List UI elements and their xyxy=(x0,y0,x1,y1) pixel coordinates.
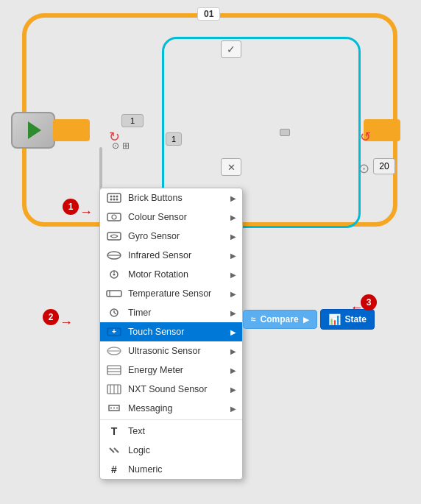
motor-rotation-arrow: ▶ xyxy=(230,271,236,279)
state-icon: 📊 xyxy=(328,313,341,325)
svg-point-8 xyxy=(112,215,116,219)
energy-meter-icon xyxy=(106,364,122,376)
brick-buttons-label: Brick Buttons xyxy=(128,193,224,203)
menu-divider xyxy=(100,419,242,420)
check-box[interactable]: ✓ xyxy=(221,40,241,58)
svg-point-2 xyxy=(113,196,116,198)
svg-line-36 xyxy=(114,448,118,452)
svg-rect-0 xyxy=(107,194,121,202)
svg-line-19 xyxy=(114,313,116,314)
block-number-1: 1 xyxy=(121,114,144,127)
brick-buttons-icon xyxy=(106,192,122,204)
annotation-arrow-2: → xyxy=(60,315,73,330)
colour-sensor-arrow: ▶ xyxy=(230,213,236,221)
menu-item-brick-buttons[interactable]: Brick Buttons▶ xyxy=(100,188,242,207)
timer-label: Timer xyxy=(128,308,224,318)
menu-item-temperature-sensor[interactable]: Temperature Sensor▶ xyxy=(100,284,242,303)
text-label: Text xyxy=(128,426,236,436)
svg-line-35 xyxy=(110,448,114,452)
svg-text:#: # xyxy=(111,464,117,475)
rotate-icon-right: ↺ xyxy=(360,129,371,145)
menu-item-infrared-sensor[interactable]: Infrared Sensor▶ xyxy=(100,246,242,265)
messaging-icon xyxy=(106,402,122,414)
svg-text:T: T xyxy=(111,426,118,436)
motor-rotation-label: Motor Rotation xyxy=(128,269,224,280)
ultrasonic-sensor-arrow: ▶ xyxy=(230,347,236,355)
sensor-icons-area: ⊙ ⊞ xyxy=(112,141,130,151)
nxt-sound-sensor-icon xyxy=(106,383,122,395)
menu-item-gyro-sensor[interactable]: Gyro Sensor▶ xyxy=(100,227,242,246)
compare-arrow: ▶ xyxy=(303,316,309,324)
compare-option[interactable]: ≈ Compare ▶ xyxy=(243,310,317,329)
energy-meter-arrow: ▶ xyxy=(230,366,236,375)
gyro-sensor-label: Gyro Sensor xyxy=(128,231,224,241)
nxt-sound-sensor-label: NXT Sound Sensor xyxy=(128,384,224,394)
menu-item-nxt-sound-sensor[interactable]: NXT Sound Sensor▶ xyxy=(100,380,242,399)
touch-sensor-label: Touch Sensor xyxy=(128,327,224,337)
play-button[interactable] xyxy=(11,112,55,149)
sensor-icon-1: ⊙ xyxy=(112,141,119,151)
play-triangle-icon xyxy=(28,121,41,139)
svg-point-1 xyxy=(110,196,113,198)
svg-text:+: + xyxy=(112,327,116,336)
svg-point-6 xyxy=(116,199,118,201)
connector-right xyxy=(280,129,290,136)
gyro-sensor-icon xyxy=(106,230,122,242)
menu-item-messaging[interactable]: Messaging▶ xyxy=(100,399,242,418)
temperature-sensor-arrow: ▶ xyxy=(230,290,236,298)
messaging-label: Messaging xyxy=(128,403,224,414)
timer-icon xyxy=(106,307,122,319)
svg-point-31 xyxy=(113,408,115,409)
svg-point-33 xyxy=(116,408,118,409)
numeric-icon: # xyxy=(106,464,122,475)
menu-item-timer[interactable]: Timer▶ xyxy=(100,303,242,322)
ultrasonic-sensor-label: Ultrasonic Sensor xyxy=(128,346,224,356)
state-label: State xyxy=(345,314,367,324)
touch-sensor-icon: + xyxy=(106,326,122,338)
svg-point-13 xyxy=(113,274,116,276)
compare-label: Compare xyxy=(261,314,299,324)
compare-icon: ≈ xyxy=(251,314,256,324)
connector-orange-left xyxy=(53,119,90,141)
menu-item-logic[interactable]: Logic xyxy=(100,441,242,460)
svg-rect-15 xyxy=(107,291,121,297)
text-icon: T xyxy=(106,425,122,437)
infrared-sensor-arrow: ▶ xyxy=(230,252,236,260)
block-number-20: 20 xyxy=(373,158,395,174)
svg-rect-24 xyxy=(107,366,121,375)
logic-icon xyxy=(106,444,122,456)
clock-icon: ⊙ xyxy=(358,160,369,177)
messaging-arrow: ▶ xyxy=(230,405,236,413)
x-box[interactable]: ✕ xyxy=(221,158,241,176)
menu-item-ultrasonic-sensor[interactable]: Ultrasonic Sensor▶ xyxy=(100,341,242,361)
infrared-sensor-label: Infrared Sensor xyxy=(128,250,224,260)
menu-item-numeric[interactable]: #Numeric xyxy=(100,460,242,479)
ultrasonic-sensor-icon xyxy=(106,345,122,357)
annotation-arrow-1: → xyxy=(79,205,93,220)
logic-label: Logic xyxy=(128,445,236,455)
infrared-sensor-icon xyxy=(106,249,122,261)
annotation-arrow-3: → xyxy=(350,300,364,316)
numeric-label: Numeric xyxy=(128,464,236,475)
menu-item-colour-sensor[interactable]: Colour Sensor▶ xyxy=(100,207,242,227)
timer-arrow: ▶ xyxy=(230,309,236,317)
svg-rect-9 xyxy=(107,233,121,240)
svg-point-5 xyxy=(113,199,116,201)
energy-meter-label: Energy Meter xyxy=(128,365,224,375)
dropdown-menu: Brick Buttons▶Colour Sensor▶Gyro Sensor▶… xyxy=(99,188,243,480)
sensor-icon-2: ⊞ xyxy=(122,141,130,151)
menu-item-energy-meter[interactable]: Energy Meter▶ xyxy=(100,361,242,380)
nxt-sound-sensor-arrow: ▶ xyxy=(230,386,236,394)
annotation-2: 2 xyxy=(43,309,59,325)
block-number-1b: 1 xyxy=(166,132,182,146)
colour-sensor-label: Colour Sensor xyxy=(128,212,224,222)
motor-rotation-icon xyxy=(106,269,122,280)
state-option[interactable]: 📊 State xyxy=(320,309,375,330)
loop-label: 01 xyxy=(197,7,220,21)
menu-item-motor-rotation[interactable]: Motor Rotation▶ xyxy=(100,265,242,284)
colour-sensor-icon xyxy=(106,211,122,223)
svg-point-4 xyxy=(110,199,113,201)
menu-item-text[interactable]: TText xyxy=(100,422,242,441)
menu-item-touch-sensor[interactable]: +Touch Sensor▶ xyxy=(100,322,242,341)
gyro-sensor-arrow: ▶ xyxy=(230,233,236,241)
